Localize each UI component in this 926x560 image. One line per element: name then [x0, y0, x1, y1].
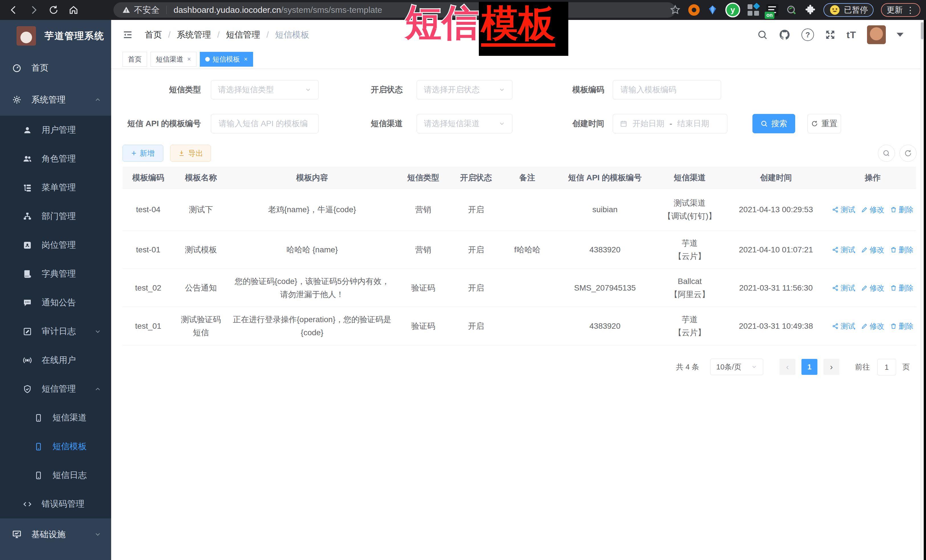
sidebar-item-dict-management[interactable]: 字典管理 — [0, 260, 111, 288]
page-size-select[interactable]: 10条/页 — [710, 359, 763, 375]
sidebar-item-system-management[interactable]: 系统管理 — [0, 84, 111, 116]
extension-list-icon[interactable]: on — [766, 4, 778, 16]
reset-button[interactable]: 重置 — [808, 114, 841, 133]
sidebar-item-sms-template[interactable]: 短信模板 — [0, 432, 111, 461]
avatar-caret-icon[interactable] — [897, 33, 903, 37]
scrollbar-thumb[interactable] — [921, 22, 923, 39]
extension-gem-icon[interactable] — [707, 5, 718, 15]
github-icon[interactable] — [779, 29, 791, 41]
sidebar-item-online-users[interactable]: 在线用户 — [0, 346, 111, 374]
browser-home-button[interactable] — [65, 2, 82, 18]
sidebar-item-audit-log[interactable]: 审计日志 — [0, 317, 111, 346]
table-row: test-04 测试下 老鸡{name}，牛逼{code} 营销 开启 suib… — [123, 189, 916, 231]
paused-label: 已暂停 — [844, 5, 868, 15]
sidebar-item-home[interactable]: 首页 — [0, 52, 111, 84]
test-link[interactable]: 测试 — [832, 243, 855, 257]
breadcrumb-system[interactable]: 系统管理 — [177, 29, 211, 41]
fullscreen-icon[interactable] — [825, 29, 836, 40]
sidebar-item-user-management[interactable]: 用户管理 — [0, 116, 111, 145]
user-icon — [23, 125, 32, 135]
tab-home[interactable]: 首页 — [123, 52, 147, 66]
reload-icon — [48, 5, 59, 15]
extension-orange-icon[interactable] — [688, 4, 700, 16]
not-secure-indicator[interactable]: 不安全 — [122, 4, 160, 16]
add-button[interactable]: + 新增 — [123, 145, 163, 162]
tab-sms-channel[interactable]: 短信渠道 × — [150, 52, 197, 66]
refresh-table-button[interactable] — [899, 145, 917, 162]
browser-menu-icon[interactable]: ⋮ — [906, 5, 915, 15]
extension-leaf-icon[interactable] — [786, 4, 797, 16]
sidebar-item-dept-management[interactable]: 部门管理 — [0, 202, 111, 231]
sidebar-item-menu-management[interactable]: 菜单管理 — [0, 173, 111, 202]
channel-cell: 芋道 【云片】 — [657, 307, 723, 345]
chevron-down-icon — [498, 120, 505, 127]
sidebar-item-notice-announcement[interactable]: 通知公告 — [0, 288, 111, 317]
search-button[interactable]: 搜索 — [752, 114, 795, 133]
delete-link[interactable]: 删除 — [890, 243, 914, 257]
test-link[interactable]: 测试 — [832, 203, 855, 216]
annotation-text-pink: 短信 — [405, 4, 479, 41]
user-avatar[interactable] — [867, 25, 886, 44]
breadcrumb-home[interactable]: 首页 — [145, 29, 162, 41]
browser-back-button[interactable] — [6, 2, 22, 18]
header-search-icon[interactable] — [757, 29, 768, 40]
browser-reload-button[interactable] — [45, 2, 62, 18]
open-status-select[interactable]: 请选择开启状态 — [417, 80, 513, 100]
breadcrumb-sms[interactable]: 短信管理 — [226, 29, 260, 41]
sidebar: 芋道管理系统 首页 系统管理 用户管理 角色管理 菜单管理 — [0, 20, 111, 560]
browser-update-button[interactable]: 更新 ⋮ — [881, 3, 920, 17]
sms-type-select[interactable]: 请选择短信类型 — [211, 80, 319, 100]
show-search-toggle-button[interactable] — [878, 145, 895, 162]
delete-link[interactable]: 删除 — [890, 203, 914, 216]
channel-label: 短信渠道 — [357, 114, 403, 133]
sidebar-item-post-management[interactable]: 岗位管理 — [0, 231, 111, 260]
trash-icon — [890, 206, 897, 213]
sidebar-item-sms-management[interactable]: 短信管理 — [0, 374, 111, 403]
prev-page-button[interactable]: ‹ — [779, 359, 796, 375]
profile-paused-pill[interactable]: 已暂停 — [823, 3, 873, 17]
back-icon — [8, 5, 19, 15]
extensions-puzzle-icon[interactable] — [805, 4, 816, 16]
test-link[interactable]: 测试 — [832, 320, 855, 333]
create-time-range-picker[interactable]: 开始日期 - 结束日期 — [613, 114, 727, 133]
edit-link[interactable]: 修改 — [861, 243, 884, 257]
phone-icon — [34, 414, 43, 422]
edit-link[interactable]: 修改 — [861, 281, 884, 294]
channel-select[interactable]: 请选择短信渠道 — [417, 114, 513, 133]
browser-forward-button[interactable] — [26, 2, 42, 18]
share-icon — [832, 323, 839, 329]
text-size-icon[interactable]: tT — [846, 29, 856, 41]
sidebar-item-infrastructure[interactable]: 基础设施 — [0, 518, 111, 550]
logo-rabbit-image — [17, 26, 36, 45]
dictionary-icon — [23, 269, 32, 279]
start-date-placeholder: 开始日期 — [632, 118, 664, 129]
export-button[interactable]: 导出 — [170, 145, 211, 162]
help-icon[interactable]: ? — [802, 29, 814, 41]
next-page-button[interactable]: › — [823, 359, 839, 375]
close-icon[interactable]: × — [244, 56, 248, 63]
bookmark-star-icon[interactable] — [669, 4, 681, 16]
extension-grid-icon[interactable] — [747, 4, 759, 16]
page-number-1[interactable]: 1 — [802, 359, 817, 375]
edit-link[interactable]: 修改 — [861, 203, 884, 216]
app-logo[interactable]: 芋道管理系统 — [0, 20, 111, 52]
sidebar-item-error-code-management[interactable]: 错误码管理 — [0, 490, 111, 518]
tab-sms-template[interactable]: 短信模板 × — [200, 52, 253, 66]
collapse-sidebar-icon[interactable] — [122, 29, 133, 41]
delete-link[interactable]: 删除 — [890, 281, 914, 294]
delete-link[interactable]: 删除 — [890, 320, 914, 333]
sidebar-item-sms-log[interactable]: 短信日志 — [0, 461, 111, 490]
sms-template-table: 模板编码 模板名称 模板内容 短信类型 开启状态 备注 短信 API 的模板编号… — [123, 167, 916, 345]
extension-on-badge: on — [765, 12, 775, 19]
test-link[interactable]: 测试 — [832, 281, 855, 294]
sidebar-item-sms-channel[interactable]: 短信渠道 — [0, 403, 111, 432]
api-template-id-input[interactable] — [218, 119, 312, 128]
address-bar[interactable]: 不安全 dashboard.yudao.iocoder.cn/system/sm… — [113, 2, 675, 18]
goto-page-input[interactable] — [877, 359, 896, 376]
sidebar-item-role-management[interactable]: 角色管理 — [0, 145, 111, 173]
api-template-id-label: 短信 API 的模板编号 — [121, 114, 201, 133]
extension-green-y-icon[interactable]: y — [725, 3, 740, 17]
template-code-input[interactable] — [620, 85, 714, 95]
close-icon[interactable]: × — [187, 56, 191, 63]
edit-link[interactable]: 修改 — [861, 320, 884, 333]
